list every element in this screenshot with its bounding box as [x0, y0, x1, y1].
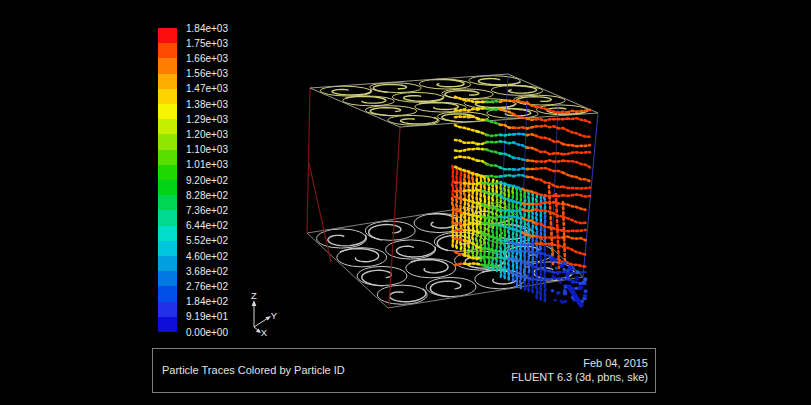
trace-row-segment	[527, 126, 536, 128]
particle-dot	[521, 263, 522, 265]
colorbar-label: 1.84e+02	[186, 296, 228, 307]
particle-dot	[532, 230, 533, 232]
trace-row-segment	[464, 190, 478, 191]
axis-triad: ZYX	[251, 290, 278, 338]
trace-row-segment	[536, 150, 563, 155]
colorbar-swatch	[158, 28, 177, 43]
vortex-spiral	[397, 117, 445, 125]
trace-row-segment	[559, 245, 586, 254]
particle-dot	[536, 218, 537, 220]
particle-dot	[456, 227, 457, 229]
trace-row-segment	[563, 144, 590, 146]
trace-row-segment	[527, 160, 536, 161]
colorbar-swatch	[158, 302, 177, 317]
particle-dot	[540, 247, 541, 249]
vortex-spiral	[410, 257, 453, 275]
trace-row-segment	[500, 101, 514, 102]
colorbar-swatch	[158, 210, 177, 225]
colorbar-label: 1.56e+03	[186, 68, 228, 79]
trace-row-segment	[563, 204, 586, 210]
trace-row-segment	[514, 134, 528, 135]
trace-row-segment	[509, 210, 523, 211]
particle-dot	[469, 194, 470, 196]
particle-dot	[575, 287, 578, 290]
trace-row-segment	[478, 142, 487, 144]
colorbar-swatch	[158, 150, 177, 165]
particle-dot	[520, 226, 521, 228]
particle-dot	[528, 275, 529, 277]
particle-dot	[524, 241, 525, 243]
colorbar-swatch	[158, 104, 177, 119]
particle-dot	[472, 177, 473, 179]
colorbar-swatches	[158, 28, 177, 332]
colorbar-swatch	[158, 180, 177, 195]
particle-dot	[464, 193, 465, 195]
scene-3d[interactable]: ZYX	[0, 0, 811, 405]
particle-dot	[488, 229, 489, 231]
trace-row-segment	[455, 223, 464, 225]
particle-dot	[480, 199, 481, 201]
particle-dot	[492, 221, 493, 223]
particle-dot	[484, 195, 485, 197]
colorbar-label: 0.00e+00	[186, 327, 228, 338]
particle-dot	[508, 263, 509, 265]
particle-dot	[551, 274, 555, 278]
particle-dot	[493, 180, 494, 182]
particle-dot	[501, 242, 502, 244]
particle-dot	[536, 254, 537, 256]
colorbar-swatch	[158, 74, 177, 89]
particle-dot	[545, 216, 546, 218]
trace-row-segment	[509, 251, 523, 252]
trace-row-segment	[487, 176, 501, 177]
particle-dot	[516, 220, 517, 222]
trace-row-segment	[464, 264, 478, 265]
trace-row-segment	[455, 149, 478, 152]
particle-dot	[551, 289, 555, 293]
particle-dot	[540, 256, 541, 258]
particle-dot	[536, 213, 537, 215]
colorbar-swatch	[158, 43, 177, 58]
trace-row-segment	[455, 183, 464, 184]
particle-dot	[544, 262, 545, 264]
particle-dot	[489, 220, 490, 222]
caption-date: Feb 04, 2015	[511, 357, 648, 371]
particle-dot	[520, 212, 521, 214]
particle-dot	[476, 239, 477, 241]
particle-dot	[580, 286, 584, 290]
particle-dot	[540, 293, 541, 295]
particle-dot	[492, 230, 493, 232]
z-axis-label: Z	[251, 290, 257, 301]
trace-row-segment	[487, 101, 501, 102]
trace-row-segment	[478, 161, 487, 164]
colorbar-swatch	[158, 89, 177, 104]
trace-row-segment	[455, 167, 478, 175]
particle-dot	[464, 179, 465, 181]
colorbar-label: 4.60e+02	[186, 251, 228, 262]
colorbar-label: 9.20e+02	[186, 175, 228, 186]
particle-dot	[477, 252, 478, 254]
trace-row-segment	[536, 126, 563, 129]
particle-dot	[559, 299, 562, 302]
trace-row-segment	[536, 136, 563, 144]
y-axis-line	[254, 318, 268, 327]
trace-row-segment	[500, 109, 514, 114]
particle-dot	[468, 185, 469, 187]
particle-dot	[496, 213, 497, 215]
trace-row-segment	[455, 116, 478, 119]
trace-row-segment	[487, 135, 501, 136]
particle-dot	[556, 273, 559, 276]
particle-dot	[501, 233, 502, 235]
particle-dot	[453, 207, 454, 209]
colorbar-label: 7.36e+02	[186, 205, 228, 216]
trace-row-segment	[478, 119, 487, 120]
particle-dot	[532, 212, 533, 214]
colorbar-swatch	[158, 226, 177, 241]
trace-row-segment	[514, 168, 528, 169]
trace-row-segment	[464, 183, 478, 184]
colorbar-swatch	[158, 317, 177, 332]
particle-dot	[525, 246, 526, 248]
trace-row-segment	[487, 150, 501, 154]
particle-dot	[516, 238, 517, 240]
particle-dot	[559, 263, 563, 267]
particle-dot	[541, 228, 542, 230]
